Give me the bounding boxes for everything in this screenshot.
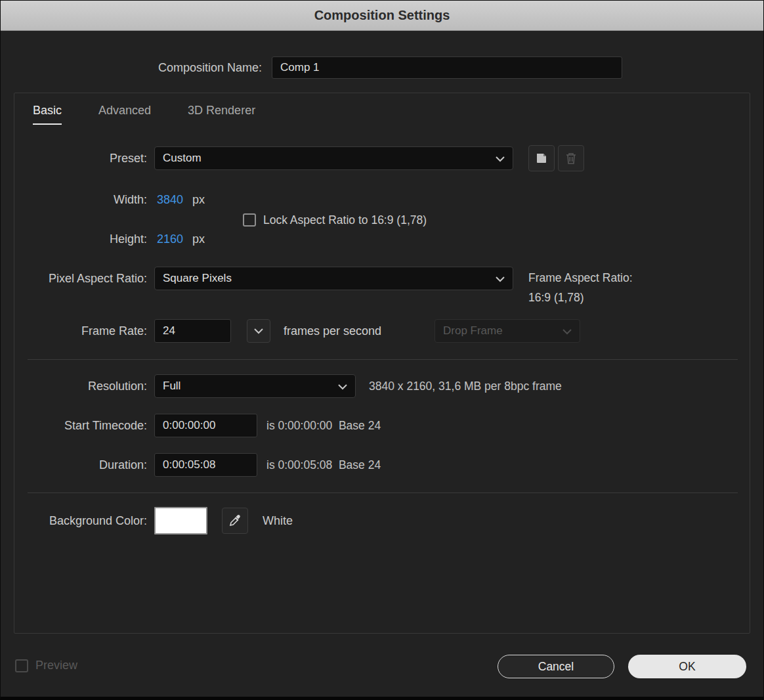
chevron-down-icon bbox=[496, 276, 505, 282]
tab-3d-renderer[interactable]: 3D Renderer bbox=[188, 104, 255, 125]
frame-aspect-value: 16:9 (1,78) bbox=[528, 288, 633, 307]
cancel-button[interactable]: Cancel bbox=[498, 655, 614, 678]
preset-row: Preset: Custom bbox=[14, 146, 750, 171]
composition-name-input[interactable] bbox=[272, 56, 622, 79]
settings-panel: Basic Advanced 3D Renderer Preset: Custo… bbox=[14, 93, 750, 634]
duration-row: Duration: is 0:00:05:08 Base 24 bbox=[14, 453, 750, 477]
preview-label: Preview bbox=[35, 659, 77, 672]
width-value[interactable]: 3840 bbox=[157, 193, 183, 207]
resolution-value: Full bbox=[163, 380, 180, 393]
save-preset-button[interactable] bbox=[528, 145, 555, 171]
eyedropper-icon bbox=[228, 514, 242, 527]
resolution-row: Resolution: Full 3840 x 2160, 31,6 MB pe… bbox=[14, 374, 750, 398]
chevron-down-icon bbox=[496, 156, 505, 162]
chevron-down-icon bbox=[254, 328, 263, 334]
preset-label: Preset: bbox=[14, 152, 147, 165]
start-timecode-row: Start Timecode: is 0:00:00:00 Base 24 bbox=[14, 414, 750, 437]
lock-aspect-checkbox[interactable] bbox=[243, 213, 256, 227]
background-color-swatch[interactable] bbox=[154, 507, 207, 535]
dialog-title: Composition Settings bbox=[314, 8, 450, 23]
composition-name-label: Composition Name: bbox=[1, 61, 262, 75]
drop-frame-value: Drop Frame bbox=[443, 324, 503, 338]
lock-aspect-row: Lock Aspect Ratio to 16:9 (1,78) bbox=[14, 212, 750, 228]
preview-checkbox[interactable] bbox=[15, 659, 28, 672]
frame-rate-row: Frame Rate: frames per second Drop Frame bbox=[14, 319, 750, 343]
resolution-info: 3840 x 2160, 31,6 MB per 8bpc frame bbox=[369, 380, 562, 393]
background-color-row: Background Color: White bbox=[14, 507, 750, 535]
eyedropper-button[interactable] bbox=[222, 508, 248, 534]
delete-preset-button[interactable] bbox=[558, 145, 584, 171]
pixel-aspect-value: Square Pixels bbox=[163, 272, 232, 285]
dialog-titlebar[interactable]: Composition Settings bbox=[1, 1, 763, 31]
pixel-aspect-dropdown[interactable]: Square Pixels bbox=[154, 267, 513, 290]
trash-icon bbox=[565, 152, 577, 165]
height-value[interactable]: 2160 bbox=[157, 232, 183, 246]
tab-advanced[interactable]: Advanced bbox=[98, 104, 151, 125]
tab-advanced-label: Advanced bbox=[98, 104, 151, 117]
frame-rate-label: Frame Rate: bbox=[14, 324, 147, 338]
preset-value: Custom bbox=[163, 152, 202, 165]
duration-info: is 0:00:05:08 Base 24 bbox=[266, 458, 381, 472]
width-row: Width: 3840 px bbox=[14, 191, 750, 208]
frame-rate-suffix: frames per second bbox=[284, 324, 381, 338]
save-preset-icon bbox=[535, 152, 548, 165]
width-label: Width: bbox=[14, 193, 147, 207]
frame-rate-input[interactable] bbox=[154, 319, 231, 343]
height-unit: px bbox=[192, 232, 205, 246]
preview-toggle: Preview bbox=[15, 659, 77, 672]
background-color-name: White bbox=[263, 514, 293, 528]
composition-name-row: Composition Name: bbox=[1, 56, 763, 79]
tab-basic-label: Basic bbox=[33, 104, 62, 117]
pixel-aspect-row: Pixel Aspect Ratio: Square Pixels bbox=[14, 267, 750, 290]
divider bbox=[28, 492, 738, 493]
composition-settings-dialog: Composition Settings Composition Name: B… bbox=[0, 0, 764, 700]
resolution-dropdown[interactable]: Full bbox=[154, 374, 356, 398]
pixel-aspect-label: Pixel Aspect Ratio: bbox=[14, 272, 147, 286]
tab-basic[interactable]: Basic bbox=[33, 104, 62, 125]
resolution-label: Resolution: bbox=[14, 380, 147, 393]
ok-button-label: OK bbox=[679, 660, 695, 674]
frame-rate-preset-button[interactable] bbox=[247, 319, 270, 343]
chevron-down-icon bbox=[562, 329, 572, 335]
width-unit: px bbox=[192, 193, 205, 207]
start-timecode-input[interactable] bbox=[154, 414, 257, 437]
duration-input[interactable] bbox=[154, 453, 257, 477]
start-timecode-info: is 0:00:00:00 Base 24 bbox=[266, 419, 381, 433]
frame-aspect-label: Frame Aspect Ratio: bbox=[528, 268, 633, 288]
height-row: Height: 2160 px bbox=[14, 230, 750, 248]
duration-label: Duration: bbox=[14, 458, 147, 472]
tab-bar: Basic Advanced 3D Renderer bbox=[33, 104, 255, 125]
height-label: Height: bbox=[14, 232, 147, 246]
frame-aspect-info: Frame Aspect Ratio: 16:9 (1,78) bbox=[528, 268, 633, 307]
divider bbox=[28, 359, 738, 360]
start-timecode-label: Start Timecode: bbox=[14, 419, 147, 433]
ok-button[interactable]: OK bbox=[628, 655, 746, 678]
tab-3d-renderer-label: 3D Renderer bbox=[188, 104, 255, 117]
lock-aspect-label: Lock Aspect Ratio to 16:9 (1,78) bbox=[263, 213, 427, 227]
chevron-down-icon bbox=[338, 384, 347, 390]
background-color-label: Background Color: bbox=[14, 514, 147, 528]
cancel-button-label: Cancel bbox=[538, 660, 574, 674]
drop-frame-dropdown: Drop Frame bbox=[435, 319, 580, 343]
preset-dropdown[interactable]: Custom bbox=[154, 146, 513, 170]
